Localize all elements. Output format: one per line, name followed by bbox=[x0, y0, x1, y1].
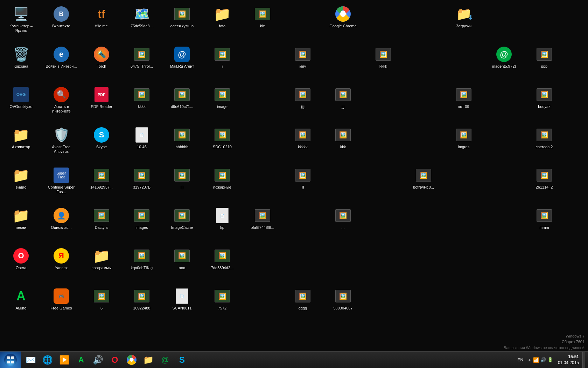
desktop-icon-kp[interactable]: 📄kp bbox=[205, 205, 240, 244]
desktop-icon-chereda-2[interactable]: 🖼️chereda 2 bbox=[527, 124, 562, 163]
taskbar-amigo[interactable]: A bbox=[74, 352, 89, 368]
desktop-icon-SDC10210[interactable]: 🖼️SDC10210 bbox=[205, 124, 240, 163]
empty-cell-11-6 bbox=[406, 205, 441, 237]
language-indicator[interactable]: EN bbox=[515, 357, 525, 362]
desktop-icon-MailRu-[interactable]: @Mail.Ru Агент bbox=[164, 44, 200, 82]
svg-point-2 bbox=[340, 11, 346, 17]
desktop-icon-Continue-Super-Fas[interactable]: SuperFastContinue Super Fas... bbox=[44, 165, 79, 203]
desktop-icon-7dd3894d2[interactable]: 🖼️7dd3894d2... bbox=[205, 245, 240, 284]
desktop-icon-Free-Games[interactable]: 🎮Free Games bbox=[44, 286, 79, 324]
desktop-icon-[interactable]: 📁Активатор bbox=[4, 124, 38, 163]
desktop-icon-kle[interactable]: 🖼️kle bbox=[245, 4, 280, 42]
desktop-icon-Torch[interactable]: 🔦Torch bbox=[84, 44, 119, 82]
taskbar-volume[interactable]: 🔊 bbox=[90, 352, 106, 368]
empty-cell-11-8 bbox=[406, 286, 441, 317]
empty-cell-7-7 bbox=[245, 245, 280, 277]
desktop-icon---[interactable]: 🖥️Компьютер – Ярлык bbox=[4, 4, 38, 42]
desktop-icon-jjjj[interactable]: 🖼️jjjj bbox=[285, 84, 320, 123]
taskbar-mediaplayer[interactable]: ▶️ bbox=[57, 352, 72, 368]
desktop-icon-580304667[interactable]: 🖼️580304667 bbox=[326, 286, 360, 324]
desktop-icon-qqqq[interactable]: 🖼️qqqq bbox=[285, 286, 320, 324]
desktop-icon-mmm[interactable]: 🖼️mmm bbox=[527, 205, 562, 244]
desktop-icon---[interactable]: eВойти в Интерн... bbox=[44, 44, 79, 82]
desktop-icon-foto[interactable]: 📁foto bbox=[205, 4, 240, 42]
clock[interactable]: 15:51 01.04.2015 bbox=[555, 354, 579, 366]
desktop-icon-[interactable]: 📁⬇Загрузки bbox=[446, 4, 481, 42]
desktop-icon-Opera[interactable]: OOpera bbox=[4, 245, 38, 284]
desktop-icon-[interactable]: 🖼️... bbox=[326, 205, 360, 244]
taskbar-mailagent[interactable]: @ bbox=[158, 352, 173, 368]
desktop-icon-[interactable]: AАмиго bbox=[4, 286, 38, 324]
taskbar-chrome[interactable] bbox=[124, 352, 139, 368]
desktop-icon-magent59-2[interactable]: @magent5.9 (2) bbox=[486, 44, 522, 82]
tray-network[interactable]: 📶 bbox=[533, 357, 539, 363]
desktop-icon-Google-Chrome[interactable]: Google Chrome bbox=[326, 4, 360, 42]
empty-cell-12-6 bbox=[446, 205, 481, 237]
desktop-icon-6475Trifol[interactable]: 🖼️6475_Trifol... bbox=[124, 44, 159, 82]
desktop-icon-i[interactable]: 🖼️i bbox=[205, 44, 240, 82]
desktop-icon-bofNwHc8[interactable]: 🖼️bofNwHc8... bbox=[406, 165, 441, 203]
desktop-icon-kkk[interactable]: 🖼️kkk bbox=[326, 124, 360, 163]
desktop-icon-1046[interactable]: 📄10.46 bbox=[124, 124, 159, 163]
desktop-icon-PDF-Reader[interactable]: PDFPDF Reader bbox=[84, 84, 119, 123]
tray-volume-icon[interactable]: 🔊 bbox=[540, 357, 546, 362]
desktop-icon-Skype[interactable]: SSkype bbox=[84, 124, 119, 163]
empty-cell-13-7 bbox=[486, 245, 522, 277]
desktop-icon-75dc59de8[interactable]: 🗺️75dc59de8... bbox=[124, 4, 159, 42]
desktop-icon---[interactable]: 🔍Искать в Интернете bbox=[44, 84, 79, 123]
desktop-icon-hhhhhh[interactable]: 🖼️hhhhhh bbox=[164, 124, 200, 163]
show-desktop-button[interactable] bbox=[582, 352, 585, 368]
desktop-icon-kkkk[interactable]: 🖼️kkkk bbox=[366, 44, 401, 82]
taskbar-ie[interactable]: 🌐 bbox=[40, 352, 55, 368]
taskbar-explorer[interactable]: 📁 bbox=[141, 352, 156, 368]
desktop-icon-OVGorskiyru[interactable]: OVGOVGorskiy.ru bbox=[4, 84, 38, 123]
desktop-icon-Dactylis[interactable]: 🖼️Dactylis bbox=[84, 205, 119, 244]
desktop-icon--09[interactable]: 🖼️кот 09 bbox=[446, 84, 481, 123]
desktop-icon-ooo[interactable]: 🖼️ooo bbox=[164, 245, 200, 284]
desktop-icon-bodyak[interactable]: 🖼️bodyak bbox=[527, 84, 562, 123]
empty-cell-9-7 bbox=[326, 245, 360, 277]
desktop-icon-[interactable]: ВВконтакте bbox=[44, 4, 79, 42]
taskbar-skype[interactable]: S bbox=[174, 352, 190, 368]
tray-arrow[interactable]: ▲ bbox=[527, 357, 532, 362]
desktop-icon-SCAN0011[interactable]: 📄SCAN0011 bbox=[164, 286, 200, 324]
desktop-icon-[interactable]: 🗑️Корзина bbox=[4, 44, 38, 82]
desktop-icon-ppp[interactable]: 🖼️ppp bbox=[527, 44, 562, 82]
desktop-icon-[interactable]: 🖼️пожарные bbox=[205, 165, 240, 203]
desktop-icon-kkkkk[interactable]: 🖼️kkkkk bbox=[285, 124, 320, 163]
desktop-icon-3197237B[interactable]: 🖼️3197237B bbox=[124, 165, 159, 203]
desktop-icon-image[interactable]: 🖼️image bbox=[205, 84, 240, 123]
desktop-icon-2611142[interactable]: 🖼️261114_2 bbox=[527, 165, 562, 203]
desktop-icon-[interactable]: 🖼️мяу bbox=[285, 44, 320, 82]
taskbar-opera[interactable]: O bbox=[107, 352, 122, 368]
desktop-icon-Avast-Free-Antivirus[interactable]: 🛡️Avast Free Antivirus bbox=[44, 124, 79, 163]
desktop-icon-bfa8f7448f8[interactable]: 🖼️bfa8f7448f8... bbox=[245, 205, 280, 244]
desktop-icon-10922488[interactable]: 🖼️10922488 bbox=[124, 286, 159, 324]
desktop-icon-imgres[interactable]: 🖼️imgres bbox=[446, 124, 481, 163]
desktop-icon-kkkk[interactable]: 🖼️kkkk bbox=[124, 84, 159, 123]
desktop-icon-d9d610c71[interactable]: 🖼️d9d610c71... bbox=[164, 84, 200, 123]
desktop-icon-[interactable]: 📁песни bbox=[4, 205, 38, 244]
empty-cell-13-6 bbox=[486, 205, 522, 237]
desktop-icon-[interactable]: 👤Одноклас... bbox=[44, 205, 79, 244]
desktop-icon--[interactable]: 🖼️олеся кузина bbox=[164, 4, 200, 42]
empty-cell-13-5 bbox=[486, 165, 522, 196]
desktop-icon-tfileme[interactable]: tftfile.me bbox=[84, 4, 119, 42]
desktop-icon-lll[interactable]: 🖼️lll bbox=[164, 165, 200, 203]
empty-cell-10-4 bbox=[366, 124, 401, 156]
desktop-icon-ImageCache[interactable]: 🖼️ImageCache bbox=[164, 205, 200, 244]
desktop-icon-lll[interactable]: 🖼️lll bbox=[285, 165, 320, 203]
desktop-icon-jjj[interactable]: 🖼️jjj bbox=[326, 84, 360, 123]
taskbar-right: EN ▲ 📶 🔊 🔋 15:51 01.04.2015 bbox=[512, 352, 588, 368]
desktop-icon-6[interactable]: 🖼️6 bbox=[84, 286, 119, 324]
empty-cell-8-1 bbox=[285, 4, 320, 35]
start-button[interactable] bbox=[0, 352, 21, 368]
desktop-icon-7572[interactable]: 🖼️7572 bbox=[205, 286, 240, 324]
taskbar-mail[interactable]: ✉️ bbox=[23, 352, 38, 368]
desktop-icon-[interactable]: 📁программы bbox=[84, 245, 119, 284]
desktop-icon-141692937[interactable]: 🖼️141692937... bbox=[84, 165, 119, 203]
desktop-icon-images[interactable]: 🖼️images bbox=[124, 205, 159, 244]
desktop-icon-[interactable]: 📁видио bbox=[4, 165, 38, 203]
desktop-icon-Yandex[interactable]: ЯYandex bbox=[44, 245, 79, 284]
desktop-icon-kqn0qhTIKIg[interactable]: 🖼️kqn0qhTIKIg bbox=[124, 245, 159, 284]
